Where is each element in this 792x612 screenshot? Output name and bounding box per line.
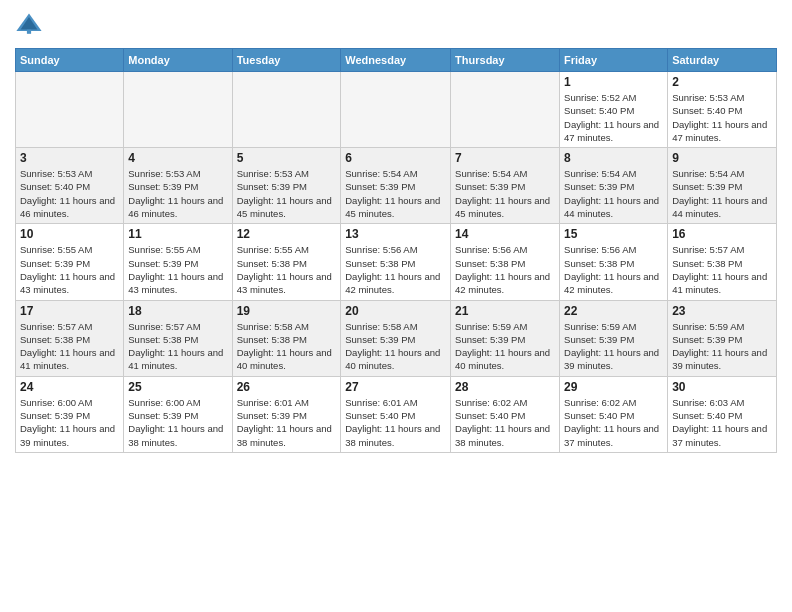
day-number: 18 [128,304,227,318]
calendar-cell: 17Sunrise: 5:57 AMSunset: 5:38 PMDayligh… [16,300,124,376]
day-info: Sunrise: 5:57 AMSunset: 5:38 PMDaylight:… [128,320,227,373]
day-info: Sunrise: 5:59 AMSunset: 5:39 PMDaylight:… [455,320,555,373]
day-number: 16 [672,227,772,241]
day-info: Sunrise: 6:00 AMSunset: 5:39 PMDaylight:… [20,396,119,449]
day-info: Sunrise: 5:57 AMSunset: 5:38 PMDaylight:… [20,320,119,373]
day-number: 14 [455,227,555,241]
week-row-3: 10Sunrise: 5:55 AMSunset: 5:39 PMDayligh… [16,224,777,300]
weekday-header-sunday: Sunday [16,49,124,72]
day-number: 10 [20,227,119,241]
day-number: 22 [564,304,663,318]
calendar-cell [232,72,341,148]
day-info: Sunrise: 5:59 AMSunset: 5:39 PMDaylight:… [672,320,772,373]
header [15,10,777,38]
calendar-cell [341,72,451,148]
calendar-cell [451,72,560,148]
day-info: Sunrise: 5:53 AMSunset: 5:40 PMDaylight:… [672,91,772,144]
day-info: Sunrise: 6:02 AMSunset: 5:40 PMDaylight:… [455,396,555,449]
day-info: Sunrise: 5:53 AMSunset: 5:39 PMDaylight:… [237,167,337,220]
weekday-header-tuesday: Tuesday [232,49,341,72]
calendar-cell: 6Sunrise: 5:54 AMSunset: 5:39 PMDaylight… [341,148,451,224]
calendar-cell: 15Sunrise: 5:56 AMSunset: 5:38 PMDayligh… [560,224,668,300]
day-info: Sunrise: 5:54 AMSunset: 5:39 PMDaylight:… [455,167,555,220]
day-number: 23 [672,304,772,318]
calendar-cell: 24Sunrise: 6:00 AMSunset: 5:39 PMDayligh… [16,376,124,452]
calendar-cell: 7Sunrise: 5:54 AMSunset: 5:39 PMDaylight… [451,148,560,224]
day-info: Sunrise: 5:59 AMSunset: 5:39 PMDaylight:… [564,320,663,373]
calendar-cell: 27Sunrise: 6:01 AMSunset: 5:40 PMDayligh… [341,376,451,452]
calendar-cell: 22Sunrise: 5:59 AMSunset: 5:39 PMDayligh… [560,300,668,376]
day-number: 28 [455,380,555,394]
day-info: Sunrise: 6:03 AMSunset: 5:40 PMDaylight:… [672,396,772,449]
calendar-cell: 18Sunrise: 5:57 AMSunset: 5:38 PMDayligh… [124,300,232,376]
logo-icon [15,10,43,38]
week-row-5: 24Sunrise: 6:00 AMSunset: 5:39 PMDayligh… [16,376,777,452]
calendar-cell: 1Sunrise: 5:52 AMSunset: 5:40 PMDaylight… [560,72,668,148]
svg-rect-2 [27,30,31,34]
calendar-cell: 9Sunrise: 5:54 AMSunset: 5:39 PMDaylight… [668,148,777,224]
day-info: Sunrise: 6:02 AMSunset: 5:40 PMDaylight:… [564,396,663,449]
weekday-header-wednesday: Wednesday [341,49,451,72]
day-number: 19 [237,304,337,318]
day-info: Sunrise: 5:53 AMSunset: 5:40 PMDaylight:… [20,167,119,220]
calendar: SundayMondayTuesdayWednesdayThursdayFrid… [15,48,777,453]
weekday-header-friday: Friday [560,49,668,72]
weekday-header-monday: Monday [124,49,232,72]
day-info: Sunrise: 5:56 AMSunset: 5:38 PMDaylight:… [345,243,446,296]
day-number: 24 [20,380,119,394]
week-row-4: 17Sunrise: 5:57 AMSunset: 5:38 PMDayligh… [16,300,777,376]
calendar-cell: 28Sunrise: 6:02 AMSunset: 5:40 PMDayligh… [451,376,560,452]
calendar-cell: 14Sunrise: 5:56 AMSunset: 5:38 PMDayligh… [451,224,560,300]
day-info: Sunrise: 6:01 AMSunset: 5:39 PMDaylight:… [237,396,337,449]
day-number: 1 [564,75,663,89]
calendar-cell: 4Sunrise: 5:53 AMSunset: 5:39 PMDaylight… [124,148,232,224]
day-number: 2 [672,75,772,89]
day-info: Sunrise: 5:55 AMSunset: 5:39 PMDaylight:… [20,243,119,296]
day-info: Sunrise: 5:54 AMSunset: 5:39 PMDaylight:… [672,167,772,220]
calendar-cell: 20Sunrise: 5:58 AMSunset: 5:39 PMDayligh… [341,300,451,376]
day-number: 27 [345,380,446,394]
calendar-cell: 5Sunrise: 5:53 AMSunset: 5:39 PMDaylight… [232,148,341,224]
day-info: Sunrise: 5:53 AMSunset: 5:39 PMDaylight:… [128,167,227,220]
calendar-cell: 10Sunrise: 5:55 AMSunset: 5:39 PMDayligh… [16,224,124,300]
calendar-cell: 8Sunrise: 5:54 AMSunset: 5:39 PMDaylight… [560,148,668,224]
day-number: 30 [672,380,772,394]
day-number: 5 [237,151,337,165]
day-info: Sunrise: 5:58 AMSunset: 5:39 PMDaylight:… [345,320,446,373]
calendar-cell: 21Sunrise: 5:59 AMSunset: 5:39 PMDayligh… [451,300,560,376]
calendar-cell: 3Sunrise: 5:53 AMSunset: 5:40 PMDaylight… [16,148,124,224]
calendar-cell: 29Sunrise: 6:02 AMSunset: 5:40 PMDayligh… [560,376,668,452]
day-number: 3 [20,151,119,165]
week-row-1: 1Sunrise: 5:52 AMSunset: 5:40 PMDaylight… [16,72,777,148]
day-number: 7 [455,151,555,165]
calendar-cell: 25Sunrise: 6:00 AMSunset: 5:39 PMDayligh… [124,376,232,452]
day-info: Sunrise: 5:54 AMSunset: 5:39 PMDaylight:… [345,167,446,220]
calendar-cell: 16Sunrise: 5:57 AMSunset: 5:38 PMDayligh… [668,224,777,300]
calendar-cell: 23Sunrise: 5:59 AMSunset: 5:39 PMDayligh… [668,300,777,376]
day-number: 15 [564,227,663,241]
day-info: Sunrise: 5:57 AMSunset: 5:38 PMDaylight:… [672,243,772,296]
calendar-cell: 13Sunrise: 5:56 AMSunset: 5:38 PMDayligh… [341,224,451,300]
calendar-cell: 12Sunrise: 5:55 AMSunset: 5:38 PMDayligh… [232,224,341,300]
day-number: 20 [345,304,446,318]
day-number: 26 [237,380,337,394]
day-info: Sunrise: 5:56 AMSunset: 5:38 PMDaylight:… [455,243,555,296]
day-info: Sunrise: 5:55 AMSunset: 5:38 PMDaylight:… [237,243,337,296]
day-number: 13 [345,227,446,241]
day-info: Sunrise: 6:01 AMSunset: 5:40 PMDaylight:… [345,396,446,449]
day-number: 17 [20,304,119,318]
calendar-cell: 30Sunrise: 6:03 AMSunset: 5:40 PMDayligh… [668,376,777,452]
day-info: Sunrise: 5:54 AMSunset: 5:39 PMDaylight:… [564,167,663,220]
day-number: 12 [237,227,337,241]
logo [15,10,47,38]
day-info: Sunrise: 5:56 AMSunset: 5:38 PMDaylight:… [564,243,663,296]
day-number: 9 [672,151,772,165]
calendar-cell: 2Sunrise: 5:53 AMSunset: 5:40 PMDaylight… [668,72,777,148]
day-info: Sunrise: 5:55 AMSunset: 5:39 PMDaylight:… [128,243,227,296]
day-info: Sunrise: 6:00 AMSunset: 5:39 PMDaylight:… [128,396,227,449]
day-number: 11 [128,227,227,241]
calendar-cell: 11Sunrise: 5:55 AMSunset: 5:39 PMDayligh… [124,224,232,300]
day-number: 21 [455,304,555,318]
weekday-header-row: SundayMondayTuesdayWednesdayThursdayFrid… [16,49,777,72]
weekday-header-thursday: Thursday [451,49,560,72]
